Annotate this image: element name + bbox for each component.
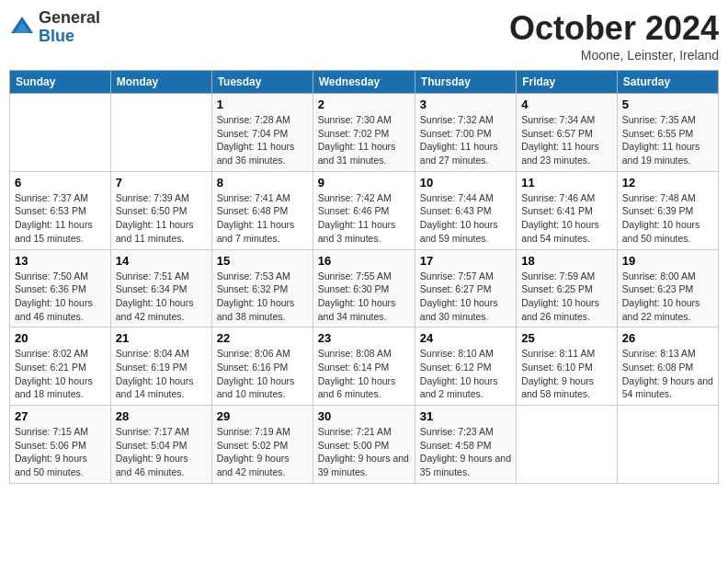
day-info: Sunrise: 7:50 AMSunset: 6:36 PMDaylight:…	[15, 270, 106, 324]
day-info: Sunrise: 7:17 AMSunset: 5:04 PMDaylight:…	[116, 425, 207, 479]
day-info: Sunrise: 7:42 AMSunset: 6:46 PMDaylight:…	[318, 191, 410, 246]
calendar-cell: 12 Sunrise: 7:48 AMSunset: 6:39 PMDaylig…	[617, 171, 718, 249]
day-number: 13	[15, 254, 106, 268]
calendar-cell	[10, 94, 111, 172]
calendar-cell: 31 Sunrise: 7:23 AMSunset: 4:58 PMDaylig…	[415, 406, 516, 484]
title-block: October 2024 Moone, Leinster, Ireland	[509, 9, 719, 63]
day-number: 29	[217, 409, 308, 423]
calendar-cell: 17 Sunrise: 7:57 AMSunset: 6:27 PMDaylig…	[415, 249, 516, 327]
day-info: Sunrise: 7:23 AMSunset: 4:58 PMDaylight:…	[420, 425, 511, 479]
calendar-cell: 13 Sunrise: 7:50 AMSunset: 6:36 PMDaylig…	[10, 249, 111, 327]
day-info: Sunrise: 7:32 AMSunset: 7:00 PMDaylight:…	[420, 113, 511, 167]
day-number: 9	[318, 176, 410, 190]
day-number: 5	[622, 98, 713, 111]
day-number: 16	[318, 254, 410, 268]
day-info: Sunrise: 8:11 AMSunset: 6:10 PMDaylight:…	[521, 347, 612, 401]
calendar-cell: 14 Sunrise: 7:51 AMSunset: 6:34 PMDaylig…	[110, 249, 211, 327]
col-saturday: Saturday	[617, 71, 718, 94]
day-number: 7	[116, 176, 207, 190]
calendar-cell: 29 Sunrise: 7:19 AMSunset: 5:02 PMDaylig…	[211, 406, 313, 484]
calendar-cell: 6 Sunrise: 7:37 AMSunset: 6:53 PMDayligh…	[10, 171, 111, 249]
day-info: Sunrise: 7:19 AMSunset: 5:02 PMDaylight:…	[217, 425, 308, 479]
day-number: 6	[15, 176, 106, 190]
day-number: 31	[420, 409, 511, 423]
calendar-cell: 24 Sunrise: 8:10 AMSunset: 6:12 PMDaylig…	[415, 327, 516, 406]
col-thursday: Thursday	[415, 71, 516, 94]
calendar-cell: 4 Sunrise: 7:34 AMSunset: 6:57 PMDayligh…	[517, 94, 618, 172]
day-info: Sunrise: 7:44 AMSunset: 6:43 PMDaylight:…	[420, 191, 511, 246]
day-number: 22	[217, 331, 308, 345]
day-number: 18	[521, 254, 612, 268]
calendar-header-row: Sunday Monday Tuesday Wednesday Thursday…	[10, 71, 719, 94]
logo-blue-text: Blue	[39, 28, 100, 46]
calendar-cell: 18 Sunrise: 7:59 AMSunset: 6:25 PMDaylig…	[517, 249, 618, 327]
day-number: 11	[521, 176, 612, 190]
calendar-cell: 22 Sunrise: 8:06 AMSunset: 6:16 PMDaylig…	[211, 327, 313, 406]
calendar-cell: 9 Sunrise: 7:42 AMSunset: 6:46 PMDayligh…	[313, 171, 415, 249]
calendar-cell: 3 Sunrise: 7:32 AMSunset: 7:00 PMDayligh…	[415, 94, 516, 172]
day-number: 30	[318, 409, 410, 423]
calendar-week-row: 20 Sunrise: 8:02 AMSunset: 6:21 PMDaylig…	[10, 327, 719, 406]
col-friday: Friday	[517, 71, 618, 94]
day-number: 1	[217, 98, 308, 111]
day-number: 17	[420, 254, 511, 268]
day-info: Sunrise: 7:15 AMSunset: 5:06 PMDaylight:…	[15, 425, 106, 479]
calendar-cell: 7 Sunrise: 7:39 AMSunset: 6:50 PMDayligh…	[110, 171, 211, 249]
day-number: 19	[622, 254, 713, 268]
day-info: Sunrise: 8:13 AMSunset: 6:08 PMDaylight:…	[622, 347, 713, 401]
day-number: 15	[217, 254, 308, 268]
day-info: Sunrise: 7:55 AMSunset: 6:30 PMDaylight:…	[318, 270, 410, 324]
calendar-week-row: 27 Sunrise: 7:15 AMSunset: 5:06 PMDaylig…	[10, 406, 719, 484]
day-number: 28	[116, 409, 207, 423]
col-sunday: Sunday	[10, 71, 111, 94]
calendar-cell: 30 Sunrise: 7:21 AMSunset: 5:00 PMDaylig…	[313, 406, 415, 484]
calendar-cell	[617, 406, 718, 484]
day-number: 14	[116, 254, 207, 268]
calendar-cell: 5 Sunrise: 7:35 AMSunset: 6:55 PMDayligh…	[617, 94, 718, 172]
day-info: Sunrise: 7:39 AMSunset: 6:50 PMDaylight:…	[116, 191, 207, 246]
month-title: October 2024	[509, 9, 719, 48]
col-tuesday: Tuesday	[211, 71, 313, 94]
calendar-cell: 25 Sunrise: 8:11 AMSunset: 6:10 PMDaylig…	[517, 327, 618, 406]
day-info: Sunrise: 7:30 AMSunset: 7:02 PMDaylight:…	[318, 113, 410, 167]
page-header: General Blue October 2024 Moone, Leinste…	[9, 9, 719, 63]
calendar-cell: 23 Sunrise: 8:08 AMSunset: 6:14 PMDaylig…	[313, 327, 415, 406]
calendar-cell: 21 Sunrise: 8:04 AMSunset: 6:19 PMDaylig…	[110, 327, 211, 406]
day-info: Sunrise: 7:35 AMSunset: 6:55 PMDaylight:…	[622, 113, 713, 167]
calendar-cell: 20 Sunrise: 8:02 AMSunset: 6:21 PMDaylig…	[10, 327, 111, 406]
day-info: Sunrise: 7:59 AMSunset: 6:25 PMDaylight:…	[521, 270, 612, 324]
day-info: Sunrise: 7:37 AMSunset: 6:53 PMDaylight:…	[15, 191, 106, 246]
logo: General Blue	[9, 9, 100, 46]
day-number: 27	[15, 409, 106, 423]
day-info: Sunrise: 8:00 AMSunset: 6:23 PMDaylight:…	[622, 270, 713, 324]
location: Moone, Leinster, Ireland	[509, 48, 719, 63]
day-info: Sunrise: 7:51 AMSunset: 6:34 PMDaylight:…	[116, 270, 207, 324]
day-number: 3	[420, 98, 511, 111]
calendar-cell: 10 Sunrise: 7:44 AMSunset: 6:43 PMDaylig…	[415, 171, 516, 249]
day-number: 23	[318, 331, 410, 345]
logo-general-text: General	[39, 9, 100, 28]
day-info: Sunrise: 7:41 AMSunset: 6:48 PMDaylight:…	[217, 191, 308, 246]
day-number: 26	[622, 331, 713, 345]
day-info: Sunrise: 7:57 AMSunset: 6:27 PMDaylight:…	[420, 270, 511, 324]
calendar-cell: 28 Sunrise: 7:17 AMSunset: 5:04 PMDaylig…	[110, 406, 211, 484]
calendar-table: Sunday Monday Tuesday Wednesday Thursday…	[9, 70, 719, 484]
day-info: Sunrise: 8:08 AMSunset: 6:14 PMDaylight:…	[318, 347, 410, 401]
day-number: 12	[622, 176, 713, 190]
day-info: Sunrise: 8:04 AMSunset: 6:19 PMDaylight:…	[116, 347, 207, 401]
calendar-cell	[110, 94, 211, 172]
day-number: 2	[318, 98, 410, 111]
day-number: 8	[217, 176, 308, 190]
calendar-cell: 26 Sunrise: 8:13 AMSunset: 6:08 PMDaylig…	[617, 327, 718, 406]
col-wednesday: Wednesday	[313, 71, 415, 94]
calendar-cell: 11 Sunrise: 7:46 AMSunset: 6:41 PMDaylig…	[517, 171, 618, 249]
day-info: Sunrise: 8:10 AMSunset: 6:12 PMDaylight:…	[420, 347, 511, 401]
day-info: Sunrise: 7:48 AMSunset: 6:39 PMDaylight:…	[622, 191, 713, 246]
calendar-week-row: 13 Sunrise: 7:50 AMSunset: 6:36 PMDaylig…	[10, 249, 719, 327]
day-number: 21	[116, 331, 207, 345]
day-info: Sunrise: 7:34 AMSunset: 6:57 PMDaylight:…	[521, 113, 612, 167]
day-number: 10	[420, 176, 511, 190]
col-monday: Monday	[110, 71, 211, 94]
calendar-cell	[517, 406, 618, 484]
day-info: Sunrise: 7:28 AMSunset: 7:04 PMDaylight:…	[217, 113, 308, 167]
